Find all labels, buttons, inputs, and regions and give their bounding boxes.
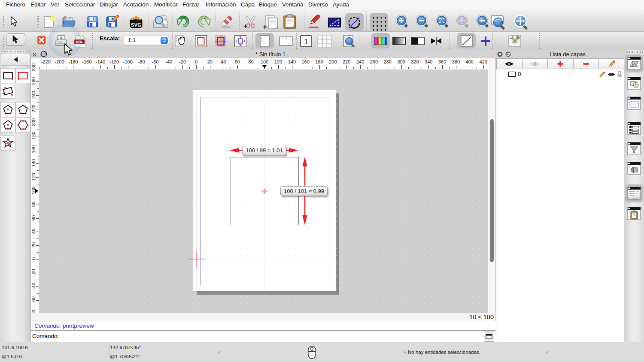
svg-text:SVG: SVG (131, 22, 141, 27)
svg-text:1: 1 (304, 38, 308, 46)
svg-text:C: command: C: command (629, 197, 638, 199)
svg-text:Comando: 10,10: Comando: 10,10 (629, 194, 641, 196)
